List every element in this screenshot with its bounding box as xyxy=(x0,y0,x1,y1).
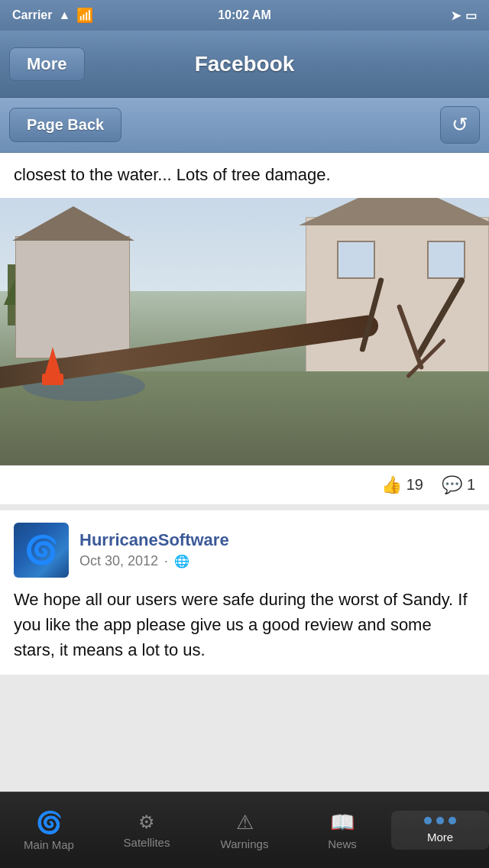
tab-main-map[interactable]: 🌀 Main Map xyxy=(0,804,98,857)
nav-title: Facebook xyxy=(195,52,295,76)
post-card-2: 🌀 HurricaneSoftware Oct 30, 2012 · 🌐 We … xyxy=(0,510,489,675)
battery-icon: ▭ xyxy=(465,8,477,23)
house-right-window-1 xyxy=(337,241,375,279)
avatar: 🌀 xyxy=(14,523,69,578)
post-author-name[interactable]: HurricaneSoftware xyxy=(79,530,475,550)
cone-top xyxy=(45,347,60,374)
dot-1 xyxy=(424,817,432,824)
post-body-text: We hope all our users were safe during t… xyxy=(14,587,475,662)
post-partial-text: closest to the water... Lots of tree dam… xyxy=(0,153,489,198)
comment-count: 1 xyxy=(467,476,475,494)
house-left-roof xyxy=(12,206,134,241)
tab-warnings-label: Warnings xyxy=(221,837,269,850)
tab-more-label: More xyxy=(427,831,453,844)
wifi-icon: ▲ xyxy=(58,8,70,22)
tab-warnings[interactable]: ⚠ Warnings xyxy=(196,805,293,857)
post-reactions: 👍 19 💬 1 xyxy=(0,465,489,504)
post-image xyxy=(0,198,489,465)
news-icon: 📖 xyxy=(330,811,355,834)
image-scene xyxy=(0,198,489,465)
carrier-label: Carrier xyxy=(12,8,52,22)
tab-more[interactable]: More xyxy=(391,811,489,850)
house-left xyxy=(15,236,130,358)
cone-base xyxy=(42,374,63,385)
post-date: Oct 30, 2012 xyxy=(79,553,158,569)
satellites-icon: ⚙ xyxy=(138,811,155,833)
house-right-roof xyxy=(299,198,489,225)
tab-news[interactable]: 📖 News xyxy=(293,805,391,857)
more-dots-icon xyxy=(424,817,456,824)
nav-bar: More Facebook xyxy=(0,31,489,98)
tab-satellites-label: Satellites xyxy=(124,836,170,849)
like-reaction[interactable]: 👍 19 xyxy=(381,475,423,495)
tab-bar: 🌀 Main Map ⚙ Satellites ⚠ Warnings 📖 New… xyxy=(0,792,489,868)
dot-3 xyxy=(449,817,456,824)
content-area: closest to the water... Lots of tree dam… xyxy=(0,153,489,792)
house-right-window-2 xyxy=(427,241,465,279)
more-button[interactable]: More xyxy=(9,47,85,81)
status-bar-time: 10:02 AM xyxy=(218,8,271,22)
main-map-icon: 🌀 xyxy=(36,810,63,835)
page-back-button[interactable]: Page Back xyxy=(9,108,121,142)
location-icon: ➤ xyxy=(451,8,461,23)
house-right xyxy=(306,217,489,385)
like-count: 19 xyxy=(406,476,423,494)
post-date-row: Oct 30, 2012 · 🌐 xyxy=(79,553,475,569)
comment-reaction[interactable]: 💬 1 xyxy=(442,475,475,495)
dot-2 xyxy=(436,817,444,824)
post-meta: HurricaneSoftware Oct 30, 2012 · 🌐 xyxy=(79,530,475,569)
thumbs-up-icon: 👍 xyxy=(381,475,402,495)
post-card-1: closest to the water... Lots of tree dam… xyxy=(0,153,489,504)
post-header: 🌀 HurricaneSoftware Oct 30, 2012 · 🌐 xyxy=(14,523,475,578)
tab-news-label: News xyxy=(328,837,357,850)
tab-satellites[interactable]: ⚙ Satellites xyxy=(98,805,196,855)
toolbar: Page Back ↺ xyxy=(0,98,489,153)
status-bar-right: ➤ ▭ xyxy=(451,8,477,23)
status-bar: Carrier ▲ 📶 10:02 AM ➤ ▭ xyxy=(0,0,489,31)
traffic-cone xyxy=(42,347,63,385)
hurricane-app-icon: 🌀 xyxy=(24,534,59,566)
tab-main-map-label: Main Map xyxy=(24,838,74,851)
comment-icon: 💬 xyxy=(442,475,462,495)
status-bar-left: Carrier ▲ 📶 xyxy=(12,7,93,24)
warnings-icon: ⚠ xyxy=(236,811,254,834)
refresh-button[interactable]: ↺ xyxy=(440,106,480,144)
separator-dot: · xyxy=(164,553,168,569)
wifi-bars-icon: 📶 xyxy=(76,7,93,24)
globe-icon: 🌐 xyxy=(174,554,189,568)
